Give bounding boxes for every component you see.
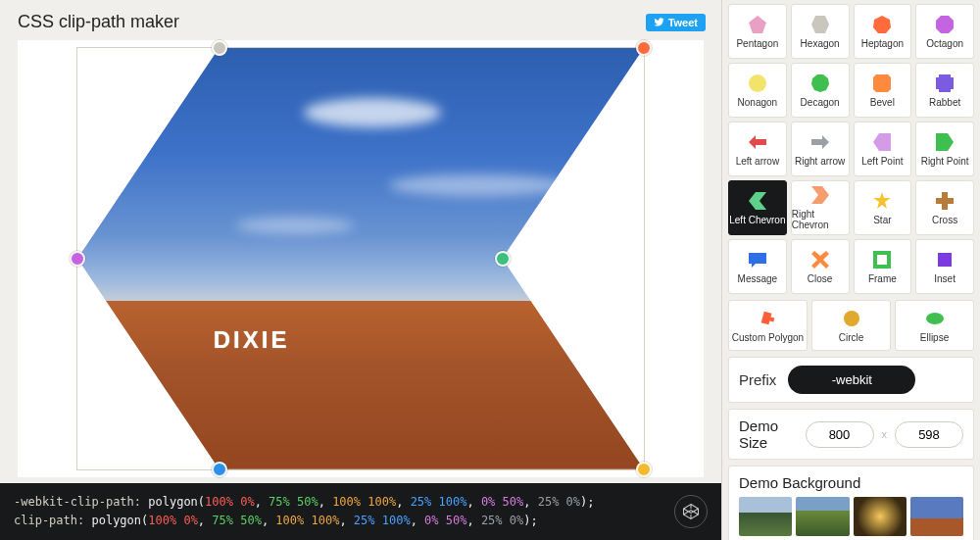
prefix-select[interactable]: -webkit xyxy=(788,366,915,394)
shape-hexagon[interactable]: Hexagon xyxy=(791,4,850,59)
svg-marker-1 xyxy=(811,16,829,33)
shape-pentagon[interactable]: Pentagon xyxy=(728,4,787,59)
shape-cross[interactable]: Cross xyxy=(915,180,974,235)
demo-bg-label: Demo Background xyxy=(739,474,963,491)
shape-left-point[interactable]: Left Point xyxy=(854,122,912,176)
shape-close[interactable]: Close xyxy=(791,239,850,294)
bg-thumb-sparks[interactable] xyxy=(854,497,906,536)
twitter-icon xyxy=(654,17,664,27)
shape-rabbet[interactable]: Rabbet xyxy=(915,63,974,118)
shape-decagon[interactable]: Decagon xyxy=(791,63,850,118)
codepen-button[interactable] xyxy=(674,495,708,528)
octagon-icon xyxy=(935,15,955,34)
svg-marker-8 xyxy=(749,135,766,149)
close-icon xyxy=(810,250,830,270)
sidebar: PentagonHexagonHeptagonOctagonNonagonDec… xyxy=(721,0,980,540)
shape-right-chevron[interactable]: Right Chevron xyxy=(791,180,850,235)
bg-thumb-bridge[interactable] xyxy=(739,497,792,536)
shape-label: Octagon xyxy=(926,38,963,49)
size-separator: x xyxy=(882,428,888,440)
right-point-icon xyxy=(935,132,955,152)
code-output: -webkit-clip-path: polygon(100% 0%, 75% … xyxy=(14,493,595,530)
shape-left-chevron[interactable]: Left Chevron xyxy=(728,180,787,235)
svg-marker-10 xyxy=(873,133,891,151)
bg-thumb-fields[interactable] xyxy=(796,497,849,536)
rabbet-icon xyxy=(935,74,955,93)
right-chevron-icon xyxy=(810,185,830,205)
tweet-button[interactable]: Tweet xyxy=(646,14,706,31)
cross-icon xyxy=(935,191,955,211)
shape-label: Right arrow xyxy=(795,156,845,167)
shape-bevel[interactable]: Bevel xyxy=(854,63,912,118)
shape-label: Cross xyxy=(932,215,957,225)
message-icon xyxy=(748,250,767,270)
clip-handle[interactable] xyxy=(636,40,652,56)
shape-label: Left Chevron xyxy=(729,215,785,225)
demo-canvas[interactable]: DIXIE xyxy=(18,40,704,477)
left-point-icon xyxy=(872,132,892,152)
clip-handle[interactable] xyxy=(212,40,227,56)
shape-right-point[interactable]: Right Point xyxy=(915,122,974,176)
shape-right-arrow[interactable]: Right arrow xyxy=(791,122,850,176)
svg-marker-6 xyxy=(873,74,891,92)
inset-icon xyxy=(935,250,955,270)
svg-marker-5 xyxy=(811,74,829,92)
nonagon-icon xyxy=(748,74,767,93)
shape-circle[interactable]: Circle xyxy=(811,300,891,351)
clip-handle[interactable] xyxy=(70,251,85,267)
custom-polygon-icon xyxy=(759,309,778,328)
shape-inset[interactable]: Inset xyxy=(915,239,974,294)
svg-marker-16 xyxy=(811,251,829,269)
shape-label: Right Chevron xyxy=(792,209,849,230)
circle-icon xyxy=(842,309,861,328)
prefix-label: Prefix xyxy=(739,371,776,388)
image-text: DIXIE xyxy=(214,326,290,354)
svg-marker-12 xyxy=(749,192,766,210)
bg-thumb-dixie[interactable] xyxy=(910,497,963,536)
shape-star[interactable]: Star xyxy=(854,180,912,235)
shape-octagon[interactable]: Octagon xyxy=(915,4,974,59)
svg-marker-9 xyxy=(811,135,829,149)
shape-label: Circle xyxy=(839,332,864,343)
svg-marker-2 xyxy=(873,16,891,33)
shape-nonagon[interactable]: Nonagon xyxy=(728,63,787,118)
left-arrow-icon xyxy=(748,132,767,152)
svg-marker-13 xyxy=(811,186,829,204)
ellipse-icon xyxy=(925,309,945,328)
hexagon-icon xyxy=(810,15,830,34)
shape-label: Hexagon xyxy=(801,38,840,49)
shape-ellipse[interactable]: Ellipse xyxy=(895,300,974,351)
svg-marker-7 xyxy=(936,74,954,92)
shape-frame[interactable]: Frame xyxy=(854,239,912,294)
svg-rect-17 xyxy=(938,253,952,267)
shape-label: Message xyxy=(738,273,778,284)
frame-icon xyxy=(872,250,892,270)
shape-label: Ellipse xyxy=(920,332,949,343)
demo-height-input[interactable] xyxy=(895,421,963,448)
svg-point-18 xyxy=(844,311,859,326)
clip-handle[interactable] xyxy=(495,251,511,267)
bevel-icon xyxy=(872,74,892,93)
svg-marker-0 xyxy=(749,16,766,33)
shape-label: Close xyxy=(808,273,833,284)
heptagon-icon xyxy=(872,15,892,34)
shape-label: Pentagon xyxy=(736,38,778,49)
shape-message[interactable]: Message xyxy=(728,239,787,294)
shape-heptagon[interactable]: Heptagon xyxy=(854,4,912,59)
page-title: CSS clip-path maker xyxy=(18,12,179,32)
demo-width-input[interactable] xyxy=(806,421,874,448)
clip-handle[interactable] xyxy=(636,462,652,477)
shape-label: Nonagon xyxy=(738,97,778,108)
shape-label: Bevel xyxy=(870,97,895,108)
demo-size-label: Demo Size xyxy=(739,417,798,451)
shape-left-arrow[interactable]: Left arrow xyxy=(728,122,787,176)
shape-label: Custom Polygon xyxy=(732,332,804,343)
shape-custom-polygon[interactable]: Custom Polygon xyxy=(728,300,808,351)
shape-label: Frame xyxy=(868,273,897,284)
left-chevron-icon xyxy=(748,191,767,211)
shape-label: Left arrow xyxy=(736,156,779,167)
shape-label: Left Point xyxy=(861,156,903,167)
shape-label: Inset xyxy=(934,273,956,284)
clip-handle[interactable] xyxy=(212,462,227,477)
shape-label: Decagon xyxy=(801,97,840,108)
